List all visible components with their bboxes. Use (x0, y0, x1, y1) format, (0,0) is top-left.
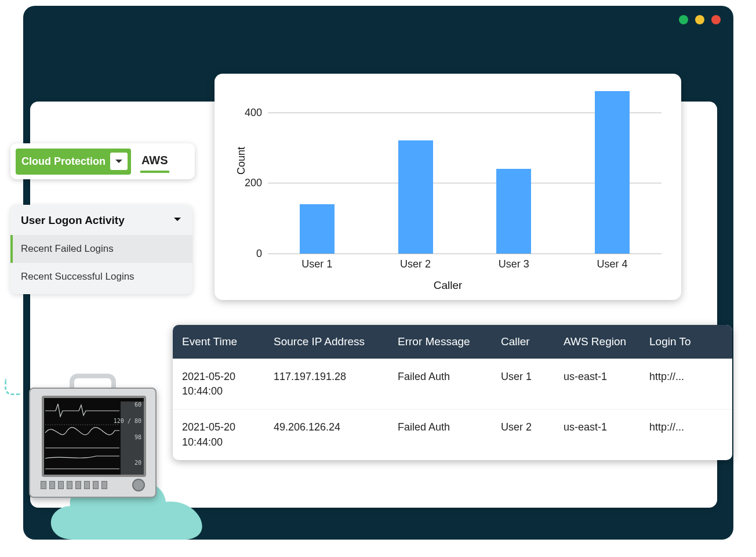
table-cell: us-east-1 (554, 359, 640, 409)
chart-y-axis-label: Count (235, 147, 248, 175)
table-cell: 2021-05-20 10:44:00 (173, 359, 264, 409)
sidebar-section-header[interactable]: User Logon Activity (10, 205, 192, 235)
chart-x-tick: User 3 (499, 258, 529, 270)
window-maximize-dot[interactable] (695, 15, 704, 24)
events-table: Event TimeSource IP AddressError Message… (173, 325, 732, 460)
sidebar-title: User Logon Activity (21, 214, 125, 227)
chart-x-tick: User 1 (301, 258, 332, 270)
platform-tab-aws[interactable]: AWS (140, 150, 169, 173)
chevron-down-icon (110, 153, 128, 170)
sidebar-panel: User Logon Activity Recent Failed Logins… (10, 205, 192, 294)
monitor-readout: 60 (135, 402, 141, 408)
table-header-cell: Error Message (388, 325, 492, 359)
table-cell: User 2 (492, 410, 554, 460)
chart-x-tick: User 4 (597, 258, 628, 270)
medical-monitor-illustration: 60 120 / 80 98 20 (23, 371, 162, 511)
table-cell: 117.197.191.28 (264, 359, 388, 409)
table-header-cell: Event Time (173, 325, 264, 359)
chart-x-axis-label: Caller (215, 279, 681, 292)
chart-x-tick: User 2 (400, 258, 431, 270)
arc-decoration (5, 379, 21, 395)
chart-card: Count 0200400 User 1User 2User 3User 4 C… (215, 74, 681, 300)
chart-y-tick: 200 (239, 177, 262, 189)
table-cell: 2021-05-20 10:44:00 (173, 410, 264, 460)
table-header-cell: Source IP Address (264, 325, 388, 359)
monitor-readout: 120 / 80 (114, 418, 141, 425)
table-header-cell: Caller (492, 325, 554, 359)
chart-plot-area: 0200400 (268, 91, 662, 254)
table-header-cell: Login To (640, 325, 732, 359)
chart-bar (300, 204, 335, 254)
chart-gridline (268, 254, 662, 254)
monitor-readout: 20 (135, 460, 141, 466)
dropdown-label: Cloud Protection (21, 155, 106, 168)
protection-selector-card: Cloud Protection AWS (10, 143, 195, 179)
table-cell: http://... (640, 359, 732, 409)
sidebar-item[interactable]: Recent Successful Logins (10, 263, 192, 291)
table-cell: Failed Auth (388, 359, 492, 409)
table-header-row: Event TimeSource IP AddressError Message… (173, 325, 732, 359)
cloud-protection-dropdown[interactable]: Cloud Protection (16, 149, 131, 175)
table-row[interactable]: 2021-05-20 10:44:00117.197.191.28Failed … (173, 359, 732, 409)
table-cell: User 1 (492, 359, 554, 409)
table-cell: us-east-1 (554, 410, 640, 460)
monitor-readout: 98 (135, 434, 141, 441)
chart-bar (398, 140, 433, 254)
table-header-cell: AWS Region (554, 325, 640, 359)
window-controls (679, 15, 721, 24)
chart-bar (496, 169, 531, 254)
table-cell: http://... (640, 410, 732, 460)
window-minimize-dot[interactable] (679, 15, 688, 24)
chart-bar (595, 91, 630, 254)
chart-y-tick: 0 (239, 248, 262, 260)
sidebar-item[interactable]: Recent Failed Logins (10, 235, 192, 263)
svg-rect-0 (121, 402, 146, 476)
caret-down-icon (173, 214, 182, 227)
table-cell: Failed Auth (388, 410, 492, 460)
table-cell: 49.206.126.24 (264, 410, 388, 460)
chart-x-tick-labels: User 1User 2User 3User 4 (268, 258, 662, 270)
chart-y-tick: 400 (239, 106, 262, 118)
window-close-dot[interactable] (711, 15, 721, 24)
table-row[interactable]: 2021-05-20 10:44:0049.206.126.24Failed A… (173, 409, 732, 460)
